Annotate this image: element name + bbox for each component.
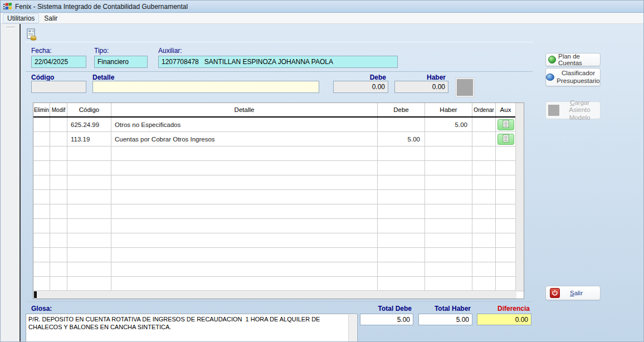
aux-button[interactable] [497,119,514,130]
toolbar-grip[interactable] [6,27,15,28]
table-row[interactable] [33,262,524,277]
table-row[interactable] [33,161,524,175]
table-vertical-scrollbar[interactable] [515,103,524,291]
fecha-label: Fecha: [31,47,52,55]
detalle-input[interactable] [92,81,319,93]
footer-separator [26,301,533,302]
cargar-asiento-label: Cargar Asiento Modelo [562,99,598,121]
column-header-elimin[interactable]: Elimin [33,103,50,116]
empty-cell [496,175,516,189]
empty-cell [67,233,111,247]
codigo-label: Código [31,74,54,81]
detalle-label: Detalle [92,74,114,81]
empty-cell [496,277,516,291]
glosa-scrollbar[interactable] [348,315,357,342]
column-header-haber[interactable]: Haber [425,103,472,116]
debe-label: Debe [333,74,386,81]
table-row[interactable] [33,175,524,190]
empty-cell [496,262,516,276]
empty-cell [472,190,496,204]
glosa-text: P/R. DEPOSITO EN CUENTA ROTATIVA DE INGR… [28,316,346,331]
aux-cell [496,132,516,146]
column-header-ordenar[interactable]: Ordenar [472,103,496,116]
empty-cell [50,132,67,146]
aux-button[interactable] [497,134,514,145]
empty-cell [472,248,496,262]
table-row[interactable]: 625.24.99Otros no Especificados5.00 [33,118,524,132]
menu-bar: Utilitarios Salir [1,13,644,24]
empty-cell [472,219,496,233]
window-title: Fenix - Sistema Integrado de Contabilida… [15,3,188,11]
empty-cell [472,175,496,189]
scrollbar-thumb[interactable] [34,291,37,298]
total-debe-input[interactable] [360,314,413,325]
salir-button[interactable]: Salir [545,286,601,300]
gray-square-icon [548,105,559,116]
empty-cell [33,262,50,276]
empty-cell [111,233,378,247]
add-entry-button-disabled[interactable] [456,78,474,97]
total-haber-input[interactable] [418,314,472,325]
empty-cell [50,219,67,233]
menu-item-salir[interactable]: Salir [40,14,61,23]
journal-document-icon[interactable] [26,28,37,42]
column-header-aux[interactable]: Aux [496,103,516,116]
empty-cell [378,146,425,160]
total-haber-label: Total Haber [418,305,471,312]
empty-cell [425,262,472,276]
table-row[interactable] [33,204,524,219]
plan-de-cuentas-button[interactable]: Plan de Cuentas [545,53,601,66]
fecha-input[interactable] [31,56,86,68]
cell-codigo: 625.24.99 [67,118,111,131]
haber-input[interactable] [394,81,448,93]
debe-input[interactable] [333,81,388,93]
table-horizontal-scrollbar[interactable] [33,290,516,299]
empty-cell [50,233,67,247]
table-row[interactable] [33,277,524,291]
empty-cell [378,277,425,291]
tipo-input[interactable] [94,56,148,68]
column-header-código[interactable]: Código [67,103,111,116]
empty-cell [33,146,50,160]
codigo-input[interactable] [31,81,86,93]
empty-cell [496,161,516,175]
empty-cell [111,248,378,262]
aux-cell [496,118,516,131]
empty-cell [378,190,425,204]
app-icon [3,3,12,11]
table-row[interactable] [33,190,524,204]
diferencia-label: Diferencia [477,305,530,312]
table-row[interactable] [33,219,524,233]
empty-cell [111,219,378,233]
column-header-debe[interactable]: Debe [378,103,425,116]
column-header-modif[interactable]: Modif [50,103,67,116]
table-row[interactable] [33,248,524,262]
table-row[interactable] [33,146,524,161]
clasificador-presupuestario-button[interactable]: Clasificador Presupuestario [545,68,601,86]
empty-cell [472,161,496,175]
glosa-textarea[interactable]: P/R. DEPOSITO EN CUENTA ROTATIVA DE INGR… [26,314,358,342]
table-row[interactable] [33,233,524,248]
empty-cell [33,277,50,291]
empty-cell [67,219,111,233]
empty-cell [50,118,67,131]
cargar-asiento-modelo-button[interactable]: Cargar Asiento Modelo [545,101,601,119]
left-dock-strip [1,24,19,342]
menu-item-utilitarios[interactable]: Utilitarios [3,13,39,23]
empty-cell [496,204,516,218]
column-header-detalle[interactable]: Detalle [111,103,378,116]
empty-cell [50,204,67,218]
empty-cell [111,161,378,175]
empty-cell [496,146,516,160]
form-panel-edge [26,42,533,42]
document-list-icon [502,120,509,129]
power-icon [550,288,560,298]
table-row[interactable]: 113.19Cuentas por Cobrar Otros Ingresos5… [33,132,524,146]
empty-cell [67,277,111,291]
auxiliar-input[interactable] [158,56,398,68]
empty-cell [425,175,472,189]
empty-cell [50,161,67,175]
empty-cell [472,204,496,218]
diferencia-input[interactable] [477,314,531,325]
empty-cell [472,233,496,247]
